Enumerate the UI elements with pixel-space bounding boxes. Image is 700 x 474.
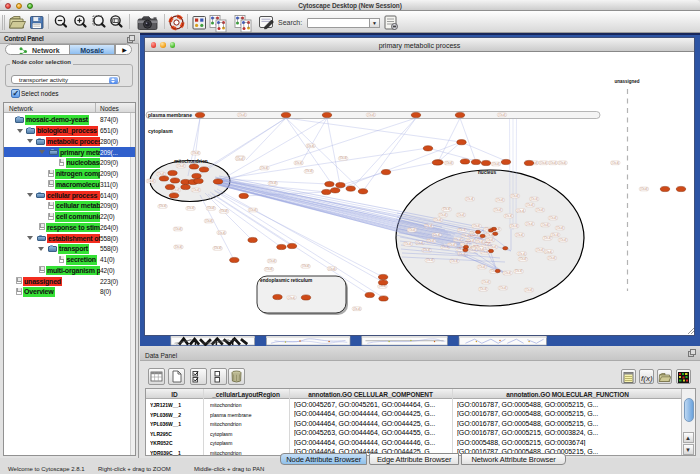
- svg-text:(Ox-d): (Ox-d): [526, 222, 533, 226]
- svg-text:(Ox-d): (Ox-d): [525, 288, 532, 292]
- svg-text:(Ox-d): (Ox-d): [499, 286, 506, 290]
- svg-text:(Ox-d): (Ox-d): [174, 227, 181, 231]
- svg-text:(Ox-d): (Ox-d): [307, 144, 314, 148]
- svg-text:(Ox-d): (Ox-d): [504, 271, 511, 275]
- svg-text:(Ox-d): (Ox-d): [443, 207, 450, 211]
- svg-text:(Ox-d): (Ox-d): [302, 264, 309, 268]
- svg-text:(Ox-d): (Ox-d): [268, 259, 275, 263]
- svg-text:(Ox-d): (Ox-d): [530, 197, 537, 201]
- svg-text:(Ox-d): (Ox-d): [526, 203, 533, 207]
- svg-text:(Ox-d): (Ox-d): [220, 209, 227, 213]
- svg-text:(Ox-d): (Ox-d): [328, 267, 335, 271]
- svg-text:(Ox-d): (Ox-d): [540, 161, 547, 165]
- svg-text:(Ox-d): (Ox-d): [556, 226, 563, 230]
- svg-text:(Ox-d): (Ox-d): [445, 161, 452, 165]
- svg-text:(Ox-d): (Ox-d): [147, 179, 154, 183]
- svg-text:xx-xx: xx-xx: [473, 244, 479, 247]
- svg-text:(Ox-d): (Ox-d): [157, 172, 164, 176]
- svg-text:(Ox-d): (Ox-d): [612, 161, 619, 165]
- svg-text:(Ox-d): (Ox-d): [187, 206, 194, 210]
- svg-text:(Ox-d): (Ox-d): [466, 197, 473, 201]
- svg-text:(Ox-d): (Ox-d): [515, 269, 522, 273]
- svg-text:(Ox-d): (Ox-d): [517, 209, 524, 213]
- svg-text:(Ox-d): (Ox-d): [536, 248, 543, 252]
- svg-text:(Ox-d): (Ox-d): [479, 287, 486, 291]
- svg-text:(Ox-d): (Ox-d): [482, 280, 489, 284]
- svg-text:(Ox-d): (Ox-d): [367, 113, 374, 117]
- svg-text:(Ox-d): (Ox-d): [295, 161, 302, 165]
- svg-text:nucleus: nucleus: [478, 170, 496, 175]
- svg-text:(Ox-d): (Ox-d): [640, 187, 647, 191]
- svg-text:endoplasmic reticulum: endoplasmic reticulum: [260, 278, 312, 283]
- svg-text:(Ox-d): (Ox-d): [559, 161, 566, 165]
- svg-text:(Ox-d): (Ox-d): [511, 194, 518, 198]
- svg-text:(Ox-d): (Ox-d): [457, 213, 464, 217]
- svg-text:(Ox-d): (Ox-d): [548, 256, 555, 260]
- svg-text:(Ox-d): (Ox-d): [494, 208, 501, 212]
- svg-text:(Ox-d): (Ox-d): [192, 151, 199, 155]
- svg-text:(Ox-d): (Ox-d): [261, 166, 268, 170]
- svg-text:(Ox-d): (Ox-d): [218, 231, 225, 235]
- svg-text:cytoplasm: cytoplasm: [148, 128, 173, 134]
- svg-text:(Ox-d): (Ox-d): [439, 213, 446, 217]
- svg-text:(Ox-d): (Ox-d): [265, 267, 272, 271]
- svg-text:(Ox-d): (Ox-d): [545, 250, 552, 254]
- svg-text:(Ox-d): (Ox-d): [175, 245, 182, 249]
- svg-text:(Ox-d): (Ox-d): [492, 162, 499, 166]
- svg-text:(Ox-d): (Ox-d): [551, 233, 558, 237]
- svg-text:(Ox-d): (Ox-d): [408, 228, 415, 232]
- svg-text:(Ox-d): (Ox-d): [305, 169, 312, 173]
- svg-text:(Ox-d): (Ox-d): [426, 258, 433, 262]
- svg-text:(Ox-d): (Ox-d): [207, 206, 214, 210]
- svg-text:(Ox-d): (Ox-d): [434, 218, 441, 222]
- svg-text:(Ox-d): (Ox-d): [236, 157, 243, 161]
- svg-text:(Ox-d): (Ox-d): [544, 236, 551, 240]
- svg-text:(Ox-d): (Ox-d): [238, 113, 245, 117]
- svg-text:(Ox-d): (Ox-d): [559, 238, 566, 242]
- svg-text:(Ox-d): (Ox-d): [214, 246, 221, 250]
- svg-text:(Ox-d): (Ox-d): [205, 219, 212, 223]
- svg-text:(Ox-d): (Ox-d): [536, 208, 543, 212]
- svg-text:(Ox-d): (Ox-d): [404, 242, 411, 246]
- svg-text:(Ox-d): (Ox-d): [519, 257, 526, 261]
- svg-text:(Ox-d): (Ox-d): [542, 223, 549, 227]
- svg-text:(Ox-d): (Ox-d): [339, 156, 346, 160]
- svg-text:xx-xx: xx-xx: [485, 241, 491, 244]
- svg-text:(Ox-d): (Ox-d): [516, 233, 523, 237]
- svg-text:(Ox-d): (Ox-d): [249, 208, 256, 212]
- svg-text:(Ox-d): (Ox-d): [177, 164, 184, 168]
- svg-text:(Ox-d): (Ox-d): [353, 307, 360, 311]
- svg-text:(Ox-d): (Ox-d): [473, 224, 480, 228]
- svg-text:(Ox-d): (Ox-d): [288, 296, 295, 300]
- svg-text:(Ox-d): (Ox-d): [269, 181, 276, 185]
- svg-text:plasma membrane: plasma membrane: [148, 112, 192, 118]
- svg-text:(Ox-d): (Ox-d): [192, 188, 199, 192]
- svg-text:unassigned: unassigned: [614, 79, 639, 84]
- svg-text:(Ox-d): (Ox-d): [549, 161, 556, 165]
- svg-text:f(x): f(x): [641, 374, 653, 383]
- svg-text:(Ox-d): (Ox-d): [496, 198, 503, 202]
- svg-text:(Ox-d): (Ox-d): [549, 216, 556, 220]
- svg-text:(Ox-d): (Ox-d): [505, 214, 512, 218]
- svg-text:(Ox-d): (Ox-d): [478, 265, 485, 269]
- svg-text:(Ox-d): (Ox-d): [510, 224, 517, 228]
- svg-text:(Ox-d): (Ox-d): [498, 113, 505, 117]
- svg-text:(Ox-d): (Ox-d): [518, 252, 525, 256]
- svg-text:(Ox-d): (Ox-d): [159, 204, 166, 208]
